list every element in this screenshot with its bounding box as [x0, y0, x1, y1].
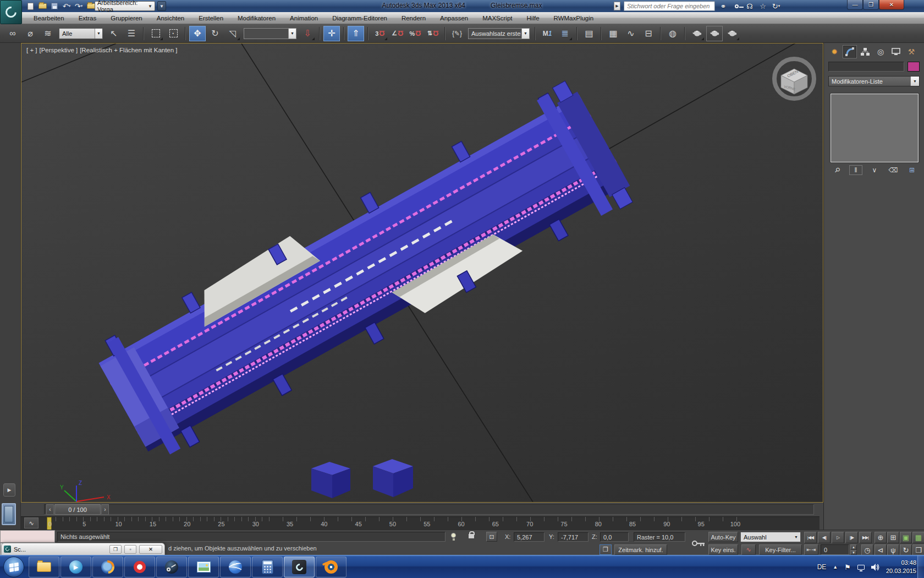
menu-item[interactable]: Extras	[72, 12, 104, 24]
unlink-selection-button[interactable]: ⌀	[22, 26, 38, 41]
application-menu-button[interactable]	[0, 0, 22, 24]
mini-curve-editor-button[interactable]: ∿	[24, 517, 38, 528]
save-file-button[interactable]	[50, 1, 59, 11]
align-button[interactable]: ≣	[557, 26, 573, 41]
close-button[interactable]: ✕	[879, 0, 904, 10]
menu-item[interactable]: RWMaxPlugin	[547, 12, 601, 24]
viewport-layout-tab[interactable]	[2, 503, 16, 525]
frame-spinner[interactable]: ▲▼	[850, 544, 857, 555]
select-and-manipulate-button[interactable]: ✛	[323, 26, 340, 41]
edit-named-selection-sets-button[interactable]: {✎}	[449, 26, 465, 41]
viewport-shading-menu[interactable]: [Realistisch + Flächen mit Kanten ]	[80, 47, 177, 53]
layer-manager-button[interactable]: ▤	[581, 26, 597, 41]
viewport-general-menu[interactable]: [ + ]	[26, 47, 37, 53]
rendered-frame-window-button[interactable]	[706, 26, 723, 41]
prompt-lightbulb-icon[interactable]	[451, 533, 456, 538]
curve-editor-button[interactable]: ∿	[623, 26, 639, 41]
subscription-key-icon[interactable]	[732, 1, 741, 11]
menu-item[interactable]: Diagramm-Editoren	[325, 12, 394, 24]
tray-clock[interactable]: 03:48 20.03.2015	[886, 559, 916, 575]
select-and-rotate-button[interactable]: ↻	[207, 26, 223, 41]
hidden-icons-chevron[interactable]: ▲	[833, 564, 838, 570]
window-crossing-toggle[interactable]: ▪	[165, 26, 182, 41]
select-and-link-button[interactable]: ∞	[4, 26, 21, 41]
mini-window-restore-button[interactable]: ❐	[109, 545, 122, 554]
key-mode-toggle-button[interactable]: ⇤⇥	[804, 544, 818, 555]
show-end-result-button[interactable]: ‖	[849, 165, 862, 175]
reference-coordinate-system-dropdown[interactable]: ▼	[244, 28, 296, 39]
modifier-list-dropdown[interactable]: Modifikatoren-Liste ▼	[828, 76, 920, 86]
taskbar-app-3ds-max[interactable]	[284, 557, 315, 577]
tab-create[interactable]: ✹	[827, 45, 842, 58]
menu-item[interactable]: Animation	[283, 12, 325, 24]
z-coordinate-field[interactable]: 0,0	[600, 532, 629, 542]
configure-modifier-sets-button[interactable]: ⊞	[905, 165, 919, 175]
search-binoculars-icon[interactable]: ⚭	[718, 1, 728, 11]
make-unique-button[interactable]: ∨	[868, 165, 881, 175]
workspace-extra-dropdown[interactable]: ▼	[157, 1, 166, 11]
previous-frame-button[interactable]: ◀||	[818, 532, 831, 543]
key-mode-dropdown[interactable]: Auswahl ▼	[740, 532, 801, 542]
time-slider-track[interactable]	[44, 504, 814, 515]
set-keys-button[interactable]	[691, 532, 706, 554]
pin-stack-button[interactable]: ⚲	[831, 165, 844, 175]
pan-view-button[interactable]: ψ	[887, 544, 899, 556]
keyboard-shortcut-override-toggle[interactable]: ⇑	[348, 26, 364, 41]
taskbar-app-photo-viewer[interactable]	[188, 557, 219, 577]
rectangular-selection-region-button[interactable]	[147, 26, 164, 41]
zoom-extents-button[interactable]: ▣	[900, 532, 912, 543]
zoom-all-button[interactable]: ⊞	[887, 532, 899, 543]
menu-item[interactable]: Gruppieren	[103, 12, 150, 24]
tab-motion[interactable]: ◎	[873, 45, 888, 58]
menu-item[interactable]: Modifikatoren	[230, 12, 283, 24]
taskbar-app-firefox[interactable]	[92, 557, 123, 577]
taskbar-app-steam[interactable]	[156, 557, 187, 577]
tab-hierarchy[interactable]	[858, 45, 872, 58]
select-and-scale-button[interactable]: ◹	[224, 26, 241, 41]
select-by-name-button[interactable]: ☰	[123, 26, 140, 41]
render-setup-button[interactable]	[689, 26, 705, 41]
field-of-view-button[interactable]: ⊲	[875, 544, 887, 556]
next-frame-arrow[interactable]: ›	[101, 504, 109, 515]
named-selection-set-dropdown[interactable]: Auswahlsatz erstelle▼	[468, 28, 530, 39]
network-icon[interactable]	[857, 565, 865, 570]
y-coordinate-field[interactable]: -7,717	[558, 532, 588, 542]
selection-filter-dropdown[interactable]: Alle▼	[59, 28, 103, 39]
mini-window-maximize-button[interactable]: ▫	[124, 545, 136, 554]
taskbar-app-opera[interactable]	[124, 557, 155, 577]
next-frame-button[interactable]: ||▶	[845, 532, 858, 543]
language-indicator[interactable]: DE	[817, 563, 827, 571]
object-color-swatch[interactable]	[908, 62, 920, 72]
play-button[interactable]: ▷	[832, 532, 844, 543]
menu-item[interactable]: Erstellen	[191, 12, 230, 24]
taskbar-app-google-earth[interactable]	[220, 557, 251, 577]
minimized-window[interactable]: Sc... ❐ ▫ ✕	[1, 543, 165, 555]
perspective-viewport[interactable]: [ + ] [Perspektive ] [Realistisch + Fläc…	[21, 43, 823, 503]
modifier-stack[interactable]	[831, 94, 919, 162]
action-center-flag-icon[interactable]: ⚑	[844, 563, 851, 571]
tab-modify[interactable]	[843, 45, 857, 58]
select-object-button[interactable]: ↖	[106, 26, 122, 41]
current-frame-field[interactable]	[821, 544, 849, 555]
infocenter-menu-icon[interactable]: ↻▾	[771, 1, 781, 11]
remove-modifier-button[interactable]: ⌫	[887, 165, 900, 175]
viewcube[interactable]: OBEN VORNE	[774, 59, 814, 99]
add-time-tag-button[interactable]: Zeitmark. hinzuf.	[614, 544, 667, 555]
bind-to-space-warp-button[interactable]: ≋	[40, 26, 56, 41]
start-button[interactable]	[3, 557, 24, 577]
previous-frame-arrow[interactable]: ‹	[46, 504, 54, 515]
maximize-viewport-toggle[interactable]: ❒	[912, 544, 924, 556]
mirror-button[interactable]: M1	[539, 26, 556, 41]
zoom-extents-all-button[interactable]: ▦	[912, 532, 924, 543]
search-input[interactable]	[624, 1, 715, 11]
key-filters-button[interactable]: Key-Filter...	[759, 544, 802, 555]
undo-button[interactable]: ↶▾	[62, 1, 72, 11]
communication-satellite-icon[interactable]: ☊	[745, 1, 755, 11]
set-key-button[interactable]: Key eins.	[708, 544, 738, 555]
menu-item[interactable]: Anpassen	[433, 12, 475, 24]
use-pivot-point-center-button[interactable]: ⇩	[299, 26, 316, 41]
schematic-view-button[interactable]: ⊟	[640, 26, 657, 41]
x-coordinate-field[interactable]: 5,267	[514, 532, 544, 542]
layout-tabs-flyout-button[interactable]: ▶	[3, 483, 15, 497]
menu-item[interactable]: Hilfe	[520, 12, 547, 24]
